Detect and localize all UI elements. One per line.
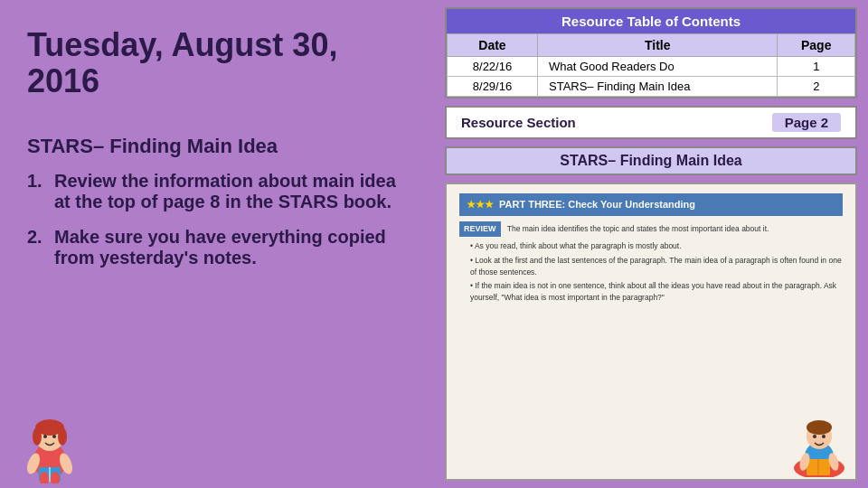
svg-point-17: [813, 435, 816, 438]
stars-icon: ★★★: [467, 197, 494, 212]
toc-table: Date Title Page 8/22/16 What Good Reader…: [447, 33, 855, 97]
toc-title: Resource Table of Contents: [447, 9, 855, 33]
svg-point-3: [33, 427, 42, 446]
list-item-text: Make sure you have everything copied fro…: [54, 227, 407, 268]
stars-finding-header: STARS– Finding Main Idea: [445, 146, 857, 175]
book-bullet: • As you read, think about what the para…: [470, 240, 843, 252]
main-layout: Tuesday, August 30, 2016 STARS– Finding …: [0, 0, 868, 488]
toc-date-1: 8/22/16: [448, 57, 538, 77]
resource-section-label: Resource Section: [461, 115, 576, 130]
toc-col-date: Date: [448, 34, 538, 57]
toc-col-page: Page: [778, 34, 855, 57]
mascot-right: [783, 409, 851, 477]
book-bullet: • Look at the first and the last sentenc…: [470, 255, 843, 278]
toc-title-1: What Good Readers Do: [537, 57, 778, 77]
toc-header-row: Date Title Page: [448, 34, 855, 57]
svg-point-16: [807, 420, 832, 435]
list-num: 1.: [27, 171, 47, 192]
list-num: 2.: [27, 227, 47, 248]
left-panel: Tuesday, August 30, 2016 STARS– Finding …: [0, 0, 434, 488]
toc-date-2: 8/29/16: [448, 77, 538, 97]
book-part-text: PART THREE: Check Your Understanding: [499, 197, 695, 212]
book-part-header: ★★★ PART THREE: Check Your Understanding: [459, 193, 843, 216]
toc-title-2: STARS– Finding Main Idea: [537, 77, 778, 97]
review-label: REVIEW: [459, 221, 501, 238]
svg-point-18: [822, 435, 826, 438]
book-line-3: If the main idea is not in one sentence,…: [470, 281, 836, 302]
toc-col-title: Title: [537, 34, 778, 57]
table-row: 8/22/16 What Good Readers Do 1: [448, 57, 855, 77]
stars-section-heading: STARS– Finding Main Idea: [27, 135, 407, 158]
list-item-text: Review the information about main idea a…: [54, 171, 407, 212]
instruction-list: 1. Review the information about main ide…: [27, 171, 407, 283]
toc-container: Resource Table of Contents Date Title Pa…: [445, 7, 857, 99]
list-item: 2. Make sure you have everything copied …: [27, 227, 407, 268]
resource-section-box: Resource Section Page 2: [445, 106, 857, 139]
list-item: 1. Review the information about main ide…: [27, 171, 407, 212]
book-text-line: REVIEW The main idea identifies the topi…: [459, 221, 843, 238]
svg-point-4: [58, 427, 67, 446]
toc-page-2: 2: [778, 77, 855, 97]
svg-point-6: [52, 435, 56, 438]
mascot-left: [14, 411, 86, 483]
book-line-2: Look at the first and the last sentences…: [470, 256, 842, 277]
book-bullet: • If the main idea is not in one sentenc…: [470, 280, 843, 304]
svg-point-5: [43, 435, 47, 438]
book-image-area: ★★★ PART THREE: Check Your Understanding…: [445, 183, 857, 481]
book-line-1: As you read, think about what the paragr…: [475, 241, 682, 250]
resource-page-label: Page 2: [772, 113, 841, 132]
right-panel: Resource Table of Contents Date Title Pa…: [434, 0, 868, 488]
book-line-0: The main idea identifies the topic and s…: [507, 224, 769, 233]
table-row: 8/29/16 STARS– Finding Main Idea 2: [448, 77, 855, 97]
date-title: Tuesday, August 30, 2016: [27, 27, 407, 99]
toc-page-1: 1: [778, 57, 855, 77]
